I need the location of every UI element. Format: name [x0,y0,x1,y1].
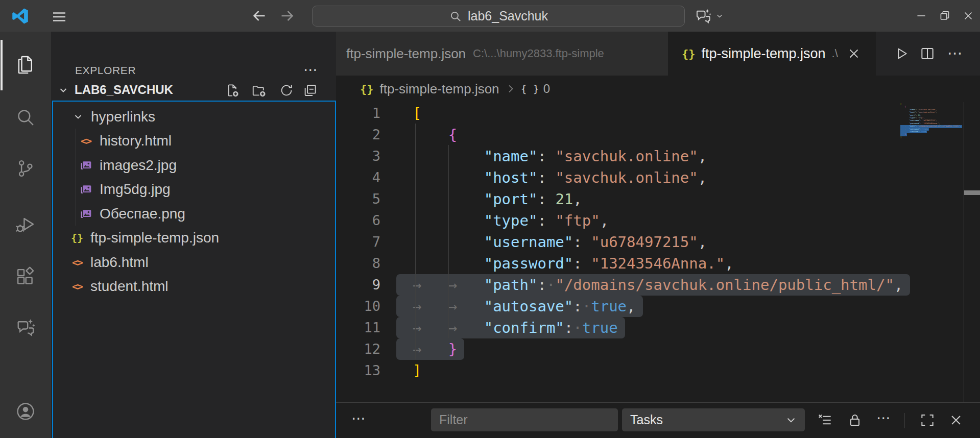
bottom-panel: ⋯ Tasks ⋯ [336,402,980,438]
menu-icon[interactable] [50,8,68,24]
run-and-debug-icon[interactable] [15,214,36,235]
file-tree: hyperlinks<>history.htmlimages2.jpgImg5d… [51,32,336,438]
tree-item-label: lab6.html [90,254,149,271]
line-number: 3 [336,145,380,167]
tab-label: ftp-simple-temp.json [702,46,826,62]
source-control-icon[interactable] [15,158,36,179]
image-file-icon [79,182,92,197]
code-line-12[interactable]: 12→ } [336,338,980,360]
output-channel-label: Tasks [630,412,663,427]
overview-ruler-marker [964,190,980,195]
panel-more-tabs-icon[interactable]: ⋯ [351,410,366,427]
chat-icon[interactable] [15,317,36,338]
code-line-7[interactable]: 7 "username": "u678497215", [336,231,980,253]
line-number: 6 [336,210,380,231]
active-view-indicator [1,40,3,90]
line-number: 9 [336,274,380,296]
lock-scroll-icon[interactable] [847,412,863,428]
scrollbar-border [964,102,964,402]
explorer-sidebar: EXPLORER ⋯ LAB6_SAVCHUK hyperlinks<>hist… [51,32,336,438]
html-file-icon: <> [70,279,84,294]
extensions-icon[interactable] [15,266,36,288]
panel-more-actions-icon[interactable]: ⋯ [875,409,892,426]
line-number: 2 [336,124,380,145]
minimize-button[interactable] [910,0,933,32]
tree-item-label: history.html [100,133,172,149]
tab-description: C:\...\humy2833.ftp-simple [473,47,604,60]
clear-output-icon[interactable] [817,412,833,428]
code-line-5[interactable]: 5 "port": 21, [336,188,980,210]
code-line-3[interactable]: 3 "name": "savchuk.online", [336,145,980,167]
accounts-icon[interactable] [15,401,36,422]
tree-item-history.html[interactable]: <>history.html [51,129,336,153]
tree-item-label: Обеспае.png [100,206,185,222]
search-icon [449,10,462,23]
tree-item-hyperlinks[interactable]: hyperlinks [51,105,336,129]
code-line-8[interactable]: 8 "password": "13243546Anna.", [336,253,980,274]
line-number: 12 [336,338,380,360]
json-file-icon: {} [682,47,696,60]
tree-item-images2.jpg[interactable]: images2.jpg [51,153,336,177]
code-line-10[interactable]: 10→ → "autosave":·true, [336,296,980,317]
line-number: 11 [336,317,380,338]
output-channel-select[interactable]: Tasks [622,408,805,431]
tree-item-Img5dg.jpg[interactable]: Img5dg.jpg [51,178,336,202]
tree-item-student.html[interactable]: <>student.html [51,275,336,299]
tree-item-ftp-simple-temp.json[interactable]: {}ftp-simple-temp.json [51,226,336,250]
forward-arrow-icon[interactable] [278,7,296,25]
explorer-icon[interactable] [15,54,36,76]
code-line-9[interactable]: 9→ → "path":·"/domains/savchuk.online/pu… [336,274,980,296]
vscode-logo-icon [11,7,30,26]
code-line-1[interactable]: 1[ [336,103,980,124]
close-tab-icon[interactable] [846,46,862,61]
breadcrumb-symbol[interactable]: 0 [543,82,550,96]
chevron-down-icon [715,11,724,20]
editor-group: ftp-simple-temp.json C:\...\humy2833.ftp… [336,32,980,438]
line-number: 10 [336,296,380,317]
tree-item-label: ftp-simple-temp.json [90,230,219,246]
close-window-button[interactable] [957,0,980,32]
tree-item-label: images2.jpg [100,157,177,174]
run-file-icon[interactable] [893,45,909,62]
minimap-line-13: ] [900,136,964,139]
minimap[interactable]: [ { "name": "savchuk.online", "host": "s… [900,103,964,139]
command-center-search[interactable]: lab6_Savchuk [312,6,685,27]
breadcrumb-file[interactable]: ftp-simple-temp.json [380,81,499,97]
line-number: 1 [336,103,380,124]
tree-item-label: hyperlinks [91,109,155,125]
code-line-4[interactable]: 4 "host": "savchuk.online", [336,167,980,188]
chevron-down-icon [71,109,85,125]
split-editor-icon[interactable] [919,45,936,62]
tab-ftp-simple-temp-json[interactable]: {} ftp-simple-temp.json .\ [668,32,876,76]
line-number: 5 [336,188,380,210]
code-line-6[interactable]: 6 "type": "ftp", [336,210,980,231]
maximize-panel-icon[interactable] [919,412,936,428]
tree-item-Обеспае.png[interactable]: Обеспае.png [51,202,336,226]
filter-input[interactable] [431,408,618,431]
tab-ftp-simple-temp-json-preview[interactable]: ftp-simple-temp.json C:\...\humy2833.ftp… [336,32,668,76]
chevron-right-icon [505,83,517,95]
search-view-icon[interactable] [15,107,36,128]
code-editor: 1[2 {3 "name": "savchuk.online",4 "host"… [336,102,980,381]
tab-label: ftp-simple-temp.json [346,46,466,62]
json-file-icon: {} [360,83,374,95]
restore-button[interactable] [933,0,957,32]
code-line-11[interactable]: 11→ → "confirm":·true [336,317,980,338]
tab-bar: ftp-simple-temp.json C:\...\humy2833.ftp… [336,32,980,76]
code-line-13[interactable]: 13] [336,360,980,381]
activity-bar [0,32,51,438]
selection-highlight: → → "path":·"/domains/savchuk.online/pub… [396,274,910,296]
editor-more-actions-icon[interactable]: ⋯ [947,45,963,62]
indent-guide [448,145,449,338]
close-panel-icon[interactable] [948,412,964,428]
tree-item-lab6.html[interactable]: <>lab6.html [51,250,336,274]
back-arrow-icon[interactable] [250,7,269,25]
line-number: 13 [336,360,380,381]
breadcrumb[interactable]: {} ftp-simple-temp.json { } 0 [336,76,980,102]
json-file-icon: {} [70,230,84,246]
selection-highlight: → } [396,338,464,360]
line-number: 8 [336,253,380,274]
line-number: 4 [336,167,380,188]
copilot-chat-button[interactable] [694,7,724,25]
code-line-2[interactable]: 2 { [336,124,980,145]
